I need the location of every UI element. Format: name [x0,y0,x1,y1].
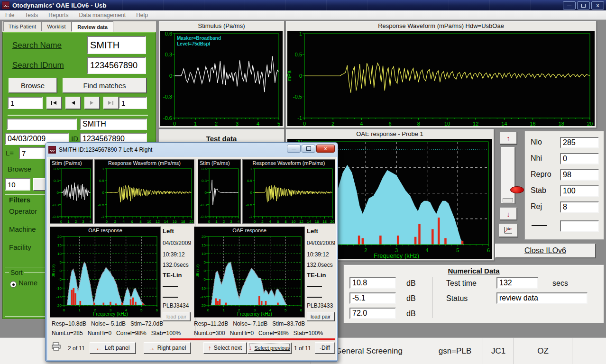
popup-close-button[interactable]: X [316,145,335,153]
search-name-label[interactable]: Search Name [12,41,62,50]
svg-text:0: 0 [299,73,302,79]
svg-text:6: 6 [389,121,392,126]
gsn-cell[interactable]: gsn=PLB [427,338,483,364]
svg-text:1: 1 [215,219,218,223]
left-arrow-icon: ← [96,344,102,352]
menu-tests[interactable]: Tests [25,12,38,18]
tab-worklist[interactable]: Worklist [41,21,72,31]
results-popup-window: SMITH ID:1234567890 7 Left 4 Right — X S… [45,142,338,362]
load-pair-button[interactable]: load pair [307,312,334,321]
svg-text:1: 1 [222,308,225,312]
test-mode: TE-Lin [163,272,182,279]
svg-text:0: 0 [57,191,59,195]
test-time: 10:39:12 [307,251,329,258]
browse-count-field[interactable]: 10 [5,178,30,191]
diff-button[interactable]: -Diff [315,342,335,354]
surname-field[interactable]: SMITH [80,118,147,130]
tab-this-patient[interactable]: This Patient [3,21,41,31]
svg-text:16: 16 [530,121,535,126]
svg-text:10: 10 [444,121,450,126]
popup-client-area: Stim (Pa/ms) 012340.60.30-0.3-0.6 Respon… [47,157,337,360]
svg-text:-20: -20 [200,303,206,308]
right-stats-line2: NumLo=300 NumHi=0 Correl=98% Stab=100% [194,330,323,337]
svg-text:0: 0 [254,219,256,223]
oae-probe-title: OAE response - Probe 1 [286,129,494,139]
svg-text:0: 0 [207,308,210,312]
search-name-input[interactable]: SMITH [87,36,146,54]
print-icon[interactable] [52,342,61,351]
svg-text:1: 1 [78,308,81,312]
divider [432,277,432,318]
record-index-left-field[interactable]: 1 [8,97,43,109]
scroll-down-button[interactable]: ↓ [500,208,517,220]
select-next-button[interactable]: ↑Select next [203,342,247,354]
blank-dash [307,286,322,287]
restore-button[interactable] [577,1,590,9]
nav-first-button[interactable] [46,97,62,109]
svg-text:8: 8 [285,219,287,223]
search-idnum-label[interactable]: Search IDnum [12,61,64,70]
test-time: 10:39:12 [163,251,185,258]
up-arrow-icon: ↑ [506,134,510,142]
svg-text:5: 5 [204,260,206,264]
popup-title-bar[interactable]: SMITH ID:1234567890 7 Left 4 Right — X [47,144,336,155]
menu-help[interactable]: Help [136,12,148,18]
svg-text:0.3: 0.3 [54,179,59,183]
select-previous-button[interactable]: ↓Select previous [248,342,291,354]
test-mode: TE-Lin [307,272,326,279]
ear-label: Left [307,228,318,235]
popup-maximize-button[interactable] [302,145,315,153]
stab-label: Stab [531,186,546,195]
minimize-button[interactable]: — [563,1,576,9]
first-record-icon [51,100,57,105]
svg-text:1: 1 [299,31,302,36]
svg-text:15: 15 [202,243,206,247]
gain-slider-thumb[interactable] [503,198,513,202]
menu-reports[interactable]: Reports [48,12,68,18]
svg-text:18: 18 [181,219,185,223]
search-idnum-input[interactable]: 1234567890 [87,57,146,74]
gain-slider-track[interactable] [501,147,515,204]
record-index-right-field[interactable]: 1 [119,97,147,109]
nav-last-button[interactable] [103,97,119,109]
nav-prev-button[interactable] [65,97,81,109]
status-field: review data [496,292,588,304]
oz-cell[interactable]: OZ [514,338,572,364]
numerical-data-panel: Numerical Data 10.8 dB -5.1 dB 72.0 dB T… [343,264,604,323]
app-root: { "window":{"title":"Otodynamics' OAE IL… [0,0,606,364]
menu-file[interactable]: File [5,12,14,18]
scroll-up-button[interactable]: ↑ [500,132,517,144]
browse-button[interactable]: Browse [9,78,57,93]
svg-text:0: 0 [208,219,211,223]
jc1-cell[interactable]: JC1 [483,338,514,364]
test-data-label[interactable]: Test data [206,135,237,143]
menu-data-management[interactable]: Data management [79,12,126,18]
svg-text:16: 16 [315,219,319,223]
find-matches-button[interactable]: Find matches [63,78,147,93]
test-date: 04/03/2009 [163,240,191,246]
svg-text:0.3: 0.3 [202,179,207,183]
nav-next-button[interactable] [84,97,100,109]
popup-stim-left-panel: Stim (Pa/ms) 012340.60.30-0.3-0.6 [50,159,93,224]
svg-text:14: 14 [307,219,311,223]
popup-minimize-button[interactable]: — [287,145,301,153]
frequency-view-button[interactable]: Hz [499,224,518,237]
ear-label: Left [163,228,174,235]
close-ilov6-button[interactable]: Close ILOv6 [495,244,596,258]
id-label: ID [71,135,78,143]
sort-name-radio[interactable] [10,281,17,288]
svg-text:-1: -1 [297,115,302,121]
left-panel-button[interactable]: ←Left panel [90,342,136,354]
svg-text:6: 6 [277,219,279,223]
right-panel-button[interactable]: →Right panel [144,342,191,354]
stab-value: 100 [560,185,599,197]
filters-title: Filters [9,196,30,204]
close-button[interactable]: X [591,1,604,9]
filter-operator-label: Operator [9,207,37,215]
tab-review-data[interactable]: Review data [72,21,113,32]
load-pair-button[interactable]: load pair [163,312,190,321]
secs-label: secs [552,279,568,288]
svg-text:12: 12 [473,121,478,126]
firstname-field[interactable] [7,118,77,130]
hz-curve-icon: Hz [503,226,514,235]
